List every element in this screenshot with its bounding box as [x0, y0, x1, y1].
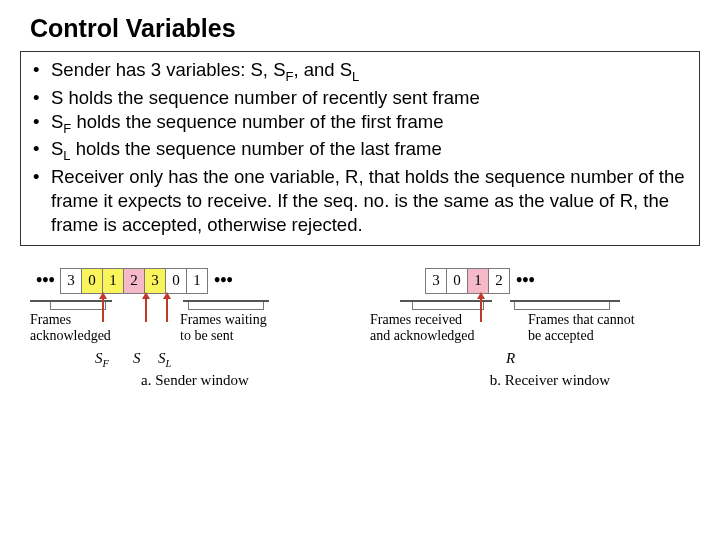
bullet-box: Sender has 3 variables: S, SF, and SL S …: [20, 51, 700, 246]
frame-cell: 0: [81, 268, 103, 294]
frame-cell: 3: [425, 268, 447, 294]
frame-cell: 1: [102, 268, 124, 294]
page-title: Control Variables: [30, 14, 700, 43]
frame-cell: 0: [446, 268, 468, 294]
frame-cell: 1: [467, 268, 489, 294]
sender-window-diagram: ••• 3 0 1 2 3 0 1 ••• Framesacknowledged…: [30, 264, 360, 389]
pointer-r-label: R: [506, 350, 515, 367]
bullet-list: Sender has 3 variables: S, SF, and SL S …: [33, 58, 687, 237]
frames-received-label: Frames receivedand acknowledged: [370, 312, 498, 344]
frames-waiting-label: Frames waitingto be sent: [180, 312, 290, 344]
frames-ack-label: Framesacknowledged: [30, 312, 125, 344]
arrow-icon: [102, 298, 104, 322]
frame-cell: 3: [60, 268, 82, 294]
list-item: Receiver only has the one variable, R, t…: [33, 165, 687, 237]
sender-caption: a. Sender window: [30, 372, 360, 389]
arrow-icon: [145, 298, 147, 322]
list-item: SL holds the sequence number of the last…: [33, 137, 687, 165]
frames-cannot-label: Frames that cannotbe accepted: [528, 312, 658, 344]
frame-cell: 2: [123, 268, 145, 294]
arrow-icon: [166, 298, 168, 322]
frame-cell: 0: [165, 268, 187, 294]
list-item: S holds the sequence number of recently …: [33, 86, 687, 110]
pointer-sf-label: SF: [95, 350, 109, 369]
receiver-caption: b. Receiver window: [400, 372, 700, 389]
frame-cell: 2: [488, 268, 510, 294]
arrow-icon: [480, 298, 482, 322]
pointer-s-label: S: [133, 350, 141, 367]
frame-cell: 1: [186, 268, 208, 294]
list-item: Sender has 3 variables: S, SF, and SL: [33, 58, 687, 86]
diagram-area: ••• 3 0 1 2 3 0 1 ••• Framesacknowledged…: [20, 264, 700, 389]
frame-cell: 3: [144, 268, 166, 294]
pointer-sl-label: SL: [158, 350, 171, 369]
list-item: SF holds the sequence number of the firs…: [33, 110, 687, 138]
ellipsis-icon: •••: [208, 270, 239, 291]
ellipsis-icon: •••: [510, 270, 541, 291]
ellipsis-icon: •••: [30, 270, 61, 291]
receiver-window-diagram: 3 0 1 2 ••• Frames receivedand acknowled…: [400, 264, 700, 389]
